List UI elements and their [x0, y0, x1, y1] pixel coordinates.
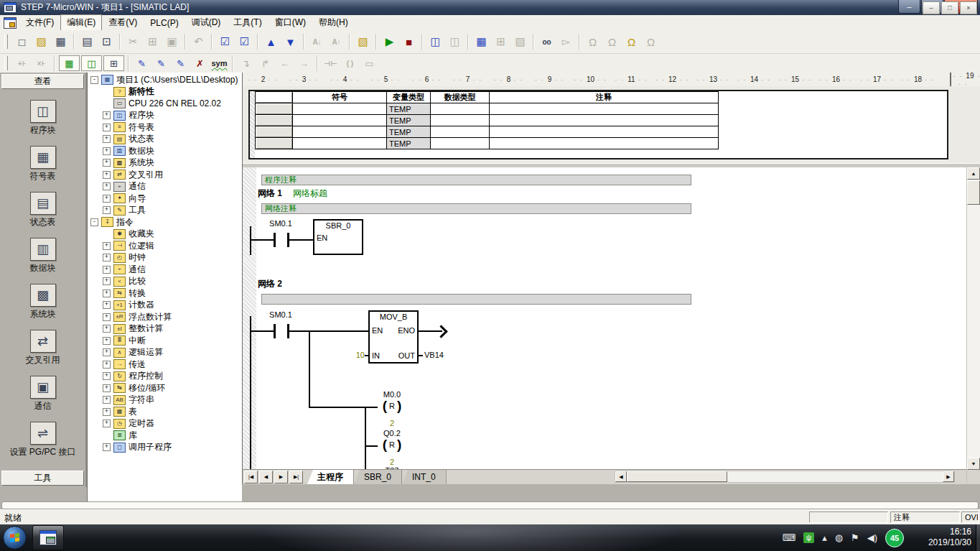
tree-expander[interactable]: + [103, 443, 111, 451]
tree-expander[interactable]: + [103, 337, 111, 345]
menu-item[interactable]: 工具(T) [227, 14, 268, 31]
line-down-button[interactable]: ↴ [236, 56, 256, 70]
scrollbar-thumb[interactable] [967, 180, 980, 205]
tree-expander[interactable]: + [103, 384, 111, 392]
undo-button[interactable]: ↶ [189, 33, 208, 50]
data-type-cell[interactable] [431, 115, 490, 126]
in-operand[interactable]: 10 [352, 351, 365, 359]
separator[interactable] [303, 34, 304, 50]
tree-item[interactable]: + ◷ 定时器 [88, 418, 242, 430]
var-type-cell[interactable]: TEMP [387, 103, 431, 115]
tree-expander[interactable]: + [103, 182, 111, 190]
bookmark-glasses-button[interactable]: oo [537, 33, 556, 50]
pou-tab[interactable]: INT_0 [402, 470, 447, 484]
symbol-cell[interactable] [293, 138, 387, 149]
tree-item[interactable]: + ◫ 程序块 [88, 110, 242, 122]
lad-delete-button[interactable]: ✗ [190, 56, 210, 70]
stop-chart-status-button[interactable]: ▨ [510, 33, 530, 50]
taskbar-app-button[interactable] [32, 525, 64, 550]
tree-expander[interactable]: + [103, 147, 111, 155]
lock-button-1[interactable]: Ω [583, 33, 602, 50]
tree-item[interactable]: ≣ 库 [88, 430, 242, 442]
tree-expander[interactable]: + [103, 348, 111, 356]
sort-ascending-button[interactable]: A↓ [307, 33, 327, 50]
lock-button-2[interactable]: Ω [602, 33, 622, 50]
tree-item[interactable]: + Ⅲ 中断 [88, 335, 242, 347]
run-button[interactable]: ▶ [380, 33, 399, 50]
separator[interactable] [533, 34, 534, 50]
mov-box[interactable]: MOV_B EN ENO IN OUT [368, 310, 419, 364]
comment-cell[interactable] [490, 115, 719, 126]
tree-item[interactable]: + ∧ 逻辑运算 [88, 347, 242, 359]
tree-expander[interactable]: + [103, 135, 111, 143]
out-operand[interactable]: VB14 [424, 351, 444, 359]
line-up-button[interactable]: ↱ [256, 56, 275, 70]
taskbar-clock[interactable]: 16:16 2019/10/30 [928, 527, 971, 548]
network2-comment[interactable] [261, 294, 691, 305]
tab-scroll-button[interactable]: ▶ [274, 471, 288, 483]
tree-expander[interactable]: + [103, 313, 111, 321]
network1-comment[interactable]: 网络注释 [261, 203, 691, 214]
tab-scroll-button[interactable]: |◀ [244, 471, 258, 483]
var-type-cell[interactable]: TEMP [387, 126, 431, 138]
menu-item[interactable]: 文件(F) [19, 14, 60, 31]
scroll-right-button[interactable]: ▶ [943, 471, 954, 482]
contact[interactable] [274, 324, 276, 338]
separator[interactable] [317, 55, 318, 71]
download-button[interactable]: ▼ [281, 33, 300, 50]
separator[interactable] [185, 34, 186, 50]
separator[interactable] [579, 34, 580, 50]
tree-expander[interactable]: + [103, 266, 111, 274]
menu-item[interactable]: 调试(D) [185, 14, 228, 31]
network-tray-icon[interactable]: ◍ [835, 533, 843, 542]
tab-scroll-button[interactable]: ◀ [259, 471, 273, 483]
data-type-cell[interactable] [431, 103, 490, 115]
coil-count[interactable]: 2 [376, 458, 408, 466]
save-all-button[interactable]: ▦ [51, 33, 70, 50]
symbol-cell[interactable] [293, 103, 387, 115]
copy-button[interactable]: ⊞ [143, 33, 162, 50]
tree-item[interactable]: + ◻ 调用子程序 [88, 442, 242, 454]
flag-tray-icon[interactable]: ⚑ [851, 533, 859, 542]
tree-item[interactable]: + ⇆ 转换 [88, 287, 242, 300]
view-toggle-button-3[interactable]: ⊞ [103, 55, 124, 71]
separator[interactable] [349, 34, 350, 50]
tree-item[interactable]: + ◴ 时钟 [88, 252, 242, 264]
menu-item[interactable]: 窗口(W) [269, 14, 312, 31]
tree-expander[interactable]: + [103, 277, 111, 285]
minimize-button[interactable]: – [898, 0, 920, 14]
tree-expander[interactable]: + [103, 420, 111, 427]
tools-bar-header[interactable]: 工具 [1, 471, 84, 486]
tree-item[interactable]: + ▦ 表 [88, 406, 242, 418]
print-button[interactable]: ▤ [78, 33, 97, 50]
separator[interactable] [467, 34, 469, 50]
coil-operand[interactable]: M0.0 [376, 390, 408, 399]
sidebar-item[interactable]: ▤ 状态表 [4, 192, 83, 228]
chart-status-button[interactable]: ▦ [472, 33, 491, 50]
mdi-restore-button[interactable]: □ [941, 1, 958, 14]
sidebar-item[interactable]: ◫ 程序块 [4, 100, 83, 136]
coil-operand[interactable]: Q0.2 [376, 429, 408, 437]
row-header-cell[interactable] [256, 103, 293, 115]
sidebar-item[interactable]: ▩ 系统块 [4, 284, 83, 320]
tree-item[interactable]: + ⌁ 通信 [88, 181, 242, 193]
tree-expander[interactable]: + [103, 301, 111, 309]
reset-coil[interactable]: ( R ) [376, 438, 408, 451]
lock-button-4[interactable]: Ω [641, 33, 661, 50]
comment-cell[interactable] [490, 103, 719, 115]
menu-item[interactable]: 查看(V) [102, 14, 144, 31]
tree-item[interactable]: + ±I 整数计算 [88, 323, 242, 335]
separator[interactable] [421, 34, 423, 50]
view-bar-header[interactable]: 查看 [1, 74, 84, 89]
sbr-call-box[interactable]: SBR_0 EN [313, 219, 363, 255]
data-type-cell[interactable] [431, 126, 490, 138]
tree-item[interactable]: + ✦ 向导 [88, 193, 242, 205]
tree-item[interactable]: ✱ 收藏夹 [88, 228, 242, 241]
tree-item[interactable]: + ✎ 工具 [88, 205, 242, 217]
scrollbar-thumb[interactable] [627, 471, 727, 482]
stop-button[interactable]: ■ [399, 33, 419, 50]
reset-coil[interactable]: ( R ) [376, 399, 408, 412]
sidebar-item[interactable]: ▦ 符号表 [4, 146, 83, 182]
usb-tray-icon[interactable]: ψ [803, 532, 814, 543]
pause-program-status-button[interactable]: ◫ [445, 33, 465, 50]
